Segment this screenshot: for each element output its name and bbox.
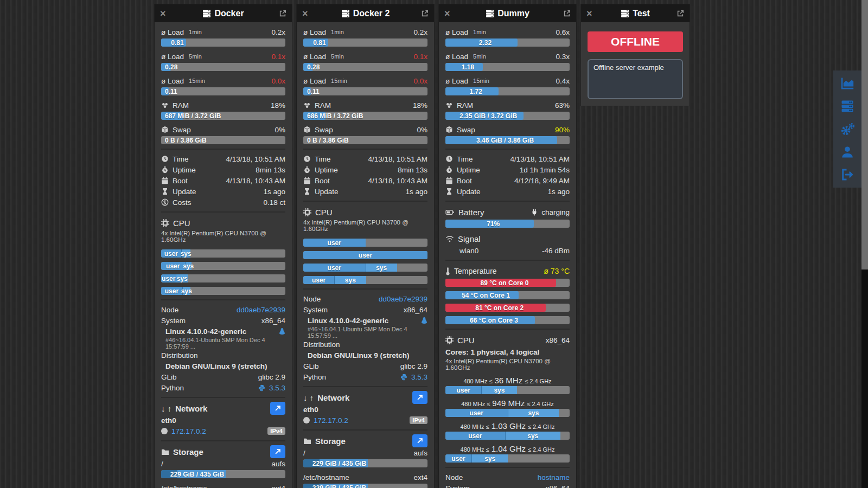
server-panel-docker-2: × Docker 2 ø Load1min0.2x 0.81 ø Load5mi… <box>297 4 434 488</box>
load-15min-bar: 1.72 <box>445 87 570 95</box>
clock-icon <box>161 155 169 163</box>
swap-bar: 3.46 GiB / 3.86 GiB <box>445 136 570 144</box>
kernel-build: #46~16.04.1-Ubuntu SMP Mon Dec 4 15:57:5… <box>303 326 427 339</box>
external-link-icon[interactable] <box>562 10 571 17</box>
cpu-cores-line: Cores: 1 physical, 4 logical <box>445 348 539 356</box>
box-icon <box>303 126 311 133</box>
scrollbar-thumb[interactable] <box>861 0 868 269</box>
fs-type: aufs <box>271 460 285 468</box>
ram-bar: 2.35 GiB / 3.72 GiB <box>445 112 570 120</box>
ip-address[interactable]: 172.17.0.2 <box>171 427 206 435</box>
network-section: ↓ ↑Network eth0 172.17.0.2IPv4 <box>303 386 427 426</box>
swap-value: 0% <box>275 126 285 134</box>
servers-icon <box>341 9 350 18</box>
updown-arrows-icon: ↓ ↑ <box>303 393 314 402</box>
disk-usage-bar: 229 GiB / 435 GiB <box>303 484 427 488</box>
folder-icon <box>303 438 311 445</box>
load-1min-bar: 0.81 <box>161 38 285 47</box>
memory-icon <box>161 101 169 109</box>
cpu-freq-caption: 480 MHz ≤1.04 GHz≤ 2.4 GHz <box>445 444 570 453</box>
battery-icon <box>445 209 455 216</box>
chip-icon <box>445 336 454 344</box>
network-chart-button[interactable] <box>412 391 427 404</box>
user-icon[interactable] <box>839 144 856 159</box>
cpu-core-bar: user <box>303 251 427 259</box>
mount-path: /etc/hostname <box>303 473 349 481</box>
system-section: Nodedd0aeb7e2939 Systemx86_64 Linux 4.10… <box>161 299 285 393</box>
box-icon <box>161 126 169 133</box>
calendar-icon <box>161 177 169 184</box>
cpu-freq-bar: usersys <box>445 454 570 463</box>
load-1min-bar: 2.32 <box>445 38 570 47</box>
panel-title: Dummy <box>453 9 562 18</box>
close-icon[interactable]: × <box>302 9 311 18</box>
external-link-icon[interactable] <box>278 10 286 17</box>
servers-icon <box>202 9 211 18</box>
temperature-section: Temperatureø 73 °C 89 °C on Core 0 54 °C… <box>445 260 570 324</box>
cpu-core-bar: usersys <box>161 249 285 258</box>
close-icon[interactable]: × <box>444 9 453 18</box>
info-section: Time4/13/18, 10:51 AM Uptime1d 1h 1min 5… <box>445 149 570 197</box>
network-chart-button[interactable] <box>270 402 285 415</box>
fs-type: ext4 <box>271 484 285 488</box>
kernel-version: Linux 4.10.0-42-generic <box>165 328 246 336</box>
mount-path: /etc/hostname <box>161 484 207 488</box>
storage-chart-button[interactable] <box>412 434 427 447</box>
status-dot <box>161 428 168 434</box>
memory-icon <box>303 101 311 109</box>
panel-title: Docker 2 <box>311 9 420 18</box>
load-15min-bar: 0.11 <box>161 87 285 95</box>
folder-icon <box>161 448 169 455</box>
storage-chart-button[interactable] <box>270 445 285 458</box>
swap-bar: 0 B / 3.86 GiB <box>161 136 285 144</box>
servers-icon[interactable] <box>839 99 856 114</box>
cpu-section: CPU 4x Intel(R) Pentium(R) CPU N3700 @ 1… <box>303 201 427 284</box>
panel-header: × Test <box>581 4 690 22</box>
settings-gears-icon[interactable] <box>839 121 856 137</box>
node-id[interactable]: hostname <box>538 473 570 481</box>
kernel-version: Linux 4.10.0-42-generic <box>308 317 388 325</box>
updown-arrows-icon: ↓ ↑ <box>161 404 171 413</box>
area-chart-icon[interactable] <box>839 76 856 91</box>
hourglass-icon <box>161 188 169 195</box>
cpu-section: CPUx86_64 Cores: 1 physical, 4 logical 4… <box>445 329 570 463</box>
disk-usage-bar: 229 GiB / 435 GiB <box>161 470 285 478</box>
external-link-icon[interactable] <box>675 10 684 17</box>
storage-section: Storage /aufs 229 GiB / 435 GiB /etc/hos… <box>161 440 285 488</box>
ipv4-badge: IPv4 <box>410 416 427 424</box>
storage-section: Storage /aufs 229 GiB / 435 GiB /etc/hos… <box>303 429 427 488</box>
close-icon[interactable]: × <box>160 9 169 18</box>
panel-body: ø Load1min0.2x 0.81 ø Load5min0.1x 0.28 … <box>155 22 292 488</box>
power-section: Batterycharging 71% Signal wlan0-46 dBm <box>445 201 570 256</box>
chip-icon <box>303 208 311 216</box>
clock-icon <box>445 155 453 163</box>
python-icon <box>258 384 265 391</box>
page-scrollbar[interactable] <box>861 0 868 488</box>
cpu-freq-bar: usersys <box>445 409 570 417</box>
linux-penguin-icon <box>421 317 427 324</box>
ip-address[interactable]: 172.17.0.2 <box>314 416 348 425</box>
panel-body: ø Load1min0.2x 0.81 ø Load5min0.1x 0.28 … <box>297 22 434 488</box>
system-section: Nodedd0aeb7e2939 Systemx86_64 Linux 4.10… <box>303 288 427 382</box>
cpu-core-bar: user <box>303 239 427 247</box>
stopwatch-icon <box>445 166 453 174</box>
close-icon[interactable]: × <box>586 9 595 18</box>
cpu-freq-caption: 480 MHz ≤36 MHz≤ 2.4 GHz <box>445 376 570 385</box>
panel-header: × Dummy <box>439 4 576 22</box>
interface-name: eth0 <box>161 416 176 425</box>
external-link-icon[interactable] <box>420 10 429 17</box>
node-id[interactable]: dd0aeb7e2939 <box>237 306 285 314</box>
node-id[interactable]: dd0aeb7e2939 <box>379 295 427 303</box>
panel-body: OFFLINE Offline server example <box>581 22 690 106</box>
coin-icon <box>161 198 169 206</box>
stopwatch-icon <box>161 166 169 174</box>
temp-average: ø 73 °C <box>544 267 570 275</box>
cpu-model: 4x Intel(R) Pentium(R) CPU N3700 @ 1.60G… <box>445 358 570 371</box>
calendar-icon <box>445 177 453 184</box>
sign-out-icon[interactable] <box>839 167 856 182</box>
plug-icon <box>531 209 538 216</box>
server-panel-dummy: × Dummy ø Load1min0.6x 2.32 ø Load5min0.… <box>439 4 576 488</box>
kernel-build: #46~16.04.1-Ubuntu SMP Mon Dec 4 15:57:5… <box>161 337 285 350</box>
ipv4-badge: IPv4 <box>267 427 285 435</box>
distribution-name: Debian GNU/Linux 9 (stretch) <box>308 351 410 359</box>
